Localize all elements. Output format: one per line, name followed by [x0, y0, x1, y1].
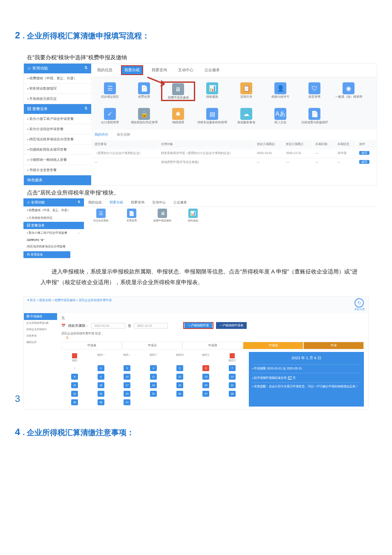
service-tile[interactable]: ▤涉税专业服务机构管理 — [195, 106, 229, 126]
calendar-cell[interactable]: 31 — [114, 398, 141, 407]
sidebar-item[interactable]: • 税费缴纳（申报、更正、作废） — [23, 206, 84, 214]
tab-handle-tax[interactable]: 我要办税 — [121, 65, 143, 75]
sidebar-item[interactable]: • 市级企业变更套餐 — [24, 165, 91, 175]
action-button[interactable]: 填写 — [359, 151, 369, 155]
service-tile[interactable]: 🔒增值税抵扣凭证管理 — [127, 106, 161, 126]
sidebar-item[interactable]: • 开具税收完税凭证 — [23, 214, 84, 222]
sidebar-item[interactable]: 企业所得税季度A类 — [24, 320, 57, 326]
calendar-cell[interactable]: 18 — [140, 381, 167, 389]
calendar-cell[interactable]: 7 — [219, 364, 245, 372]
report-a-button[interactable]: 一户籍纳税申报 — [184, 323, 212, 328]
calendar-cell[interactable] — [193, 398, 219, 407]
calendar-cell[interactable]: 23 — [88, 389, 114, 398]
sidebar-item[interactable]: • 小规模纳一般纳税人套餐 — [24, 155, 91, 165]
tab-handle-tax[interactable]: 我要办税 — [109, 199, 124, 206]
service-tile[interactable]: 📄发票使用 — [116, 209, 147, 223]
tab-interact[interactable]: 互动中心 — [176, 66, 196, 74]
calendar-cell[interactable] — [140, 398, 167, 407]
sidebar-item[interactable]: • 开具税收完税凭证 — [24, 94, 91, 104]
service-tile[interactable]: Aあ税上互动 — [263, 106, 297, 126]
service-tile[interactable]: 🛡核定管理 — [297, 81, 331, 102]
calendar-cell[interactable]: 24 — [114, 389, 141, 398]
service-tile[interactable]: ◉一般退（抵）税管理 — [331, 81, 366, 102]
sidebar-item[interactable]: • 新办小微工商户综合申请套餐 — [24, 114, 91, 124]
calendar-cell[interactable]: 22 — [61, 389, 88, 398]
calendar-cell[interactable] — [167, 398, 193, 407]
calendar-cell[interactable]: 19 — [167, 381, 193, 389]
calendar-cell[interactable]: 13 — [193, 372, 219, 381]
calendar-cell[interactable]: 5 — [167, 364, 193, 372]
calendar-cell[interactable]: 28 — [219, 389, 245, 398]
calendar-cell[interactable]: 16 — [88, 381, 114, 389]
service-tile[interactable]: 📊税收减免 — [195, 81, 229, 102]
tab-public[interactable]: 公众服务 — [202, 66, 222, 74]
sidebar-item[interactable]: 缴税记录 — [24, 339, 57, 346]
breadcrumb-path[interactable]: ♥ 首页 > 我要办税 > 税费申报及缴纳 > 居民企业所得税年度申报 — [27, 298, 112, 311]
service-label: 法律追责与权益维护 — [298, 121, 331, 124]
sidebar-item[interactable]: 所得企业所得税年 — [24, 326, 57, 333]
service-tile[interactable]: ☰综合信息报告 — [93, 81, 127, 102]
action-button[interactable]: 填写 — [359, 160, 369, 164]
tab-query[interactable]: 我要查询 — [130, 199, 145, 206]
date-to-input[interactable]: 2022-12-31 — [134, 323, 168, 328]
subtab-reminder[interactable]: 服务提醒 — [117, 131, 130, 138]
service-tile[interactable]: ✓出口退税管理 — [93, 106, 127, 126]
service-tile[interactable]: 📊税收减免 — [178, 209, 208, 223]
calendar-cell[interactable]: 1 — [61, 364, 88, 372]
service-tile[interactable]: 🖥税费申报及缴纳 — [147, 209, 178, 223]
calendar-cell[interactable]: 6 — [193, 364, 219, 372]
footer-bar[interactable]: 风 常用选项 — [23, 251, 70, 258]
sidebar-item[interactable]: • 新办企业综合申请套餐 — [24, 124, 91, 134]
sidebar-item[interactable]: • 新办小微工商户综合申请套餐 ︿ — [23, 229, 84, 237]
calendar-cell[interactable]: 15 — [61, 381, 88, 389]
tab-myinfo[interactable]: 我的信息 — [87, 199, 103, 206]
sidebar-item[interactable]: • 扣缴税款报告表填写套餐 — [24, 145, 91, 155]
tab-query[interactable]: 我要查询 — [149, 66, 170, 74]
refresh-button[interactable]: ↻刷新页面 — [355, 298, 365, 311]
calendar-cell[interactable]: 26 — [167, 389, 193, 398]
service-tile[interactable]: ✱纳税信用 — [161, 106, 195, 126]
sidebar-item[interactable]: 涉税查询 — [24, 333, 57, 339]
service-tile[interactable]: ☰综合信息报告 — [86, 209, 116, 223]
collapse-icon[interactable]: ⇅ — [78, 200, 81, 205]
sidebar-item[interactable]: • 财务报表数据填写 — [24, 84, 91, 94]
col-header: 办理对象 — [159, 140, 254, 148]
calendar-cell[interactable]: 21 — [219, 381, 245, 389]
sidebar-item[interactable]: • 跨区域涉税事项综合办理套餐 — [24, 134, 91, 145]
service-tile[interactable]: 📋证明开具 — [229, 81, 263, 102]
calendar-cell[interactable]: 12 — [167, 372, 193, 381]
calendar-cell[interactable]: 4 — [140, 364, 167, 372]
tab-public[interactable]: 公众服务 — [173, 199, 188, 206]
calendar-cell[interactable]: 11 — [140, 372, 167, 381]
service-tile[interactable]: 📄法律追责与权益维护 — [297, 106, 331, 126]
calendar-cell[interactable]: 3 — [114, 364, 141, 372]
tab-interact[interactable]: 互动中心 — [151, 199, 167, 206]
calendar-cell[interactable]: 2 — [88, 364, 114, 372]
service-icon: 📊 — [188, 209, 198, 218]
calendar-cell[interactable] — [219, 398, 245, 407]
report-b-button[interactable]: 一户籍纳税申报表 — [216, 322, 247, 329]
date-from-input[interactable]: 2022-01-01 — [91, 323, 125, 328]
step: 申报表 — [61, 342, 122, 349]
service-tile[interactable]: ☁其他服务事项 — [229, 106, 263, 126]
sidebar-item[interactable]: • 税费缴纳（申报、更正、作废） — [24, 73, 91, 84]
calendar-cell[interactable]: 9 — [88, 372, 114, 381]
calendar-cell[interactable]: 10 — [114, 372, 141, 381]
subtab-todo[interactable]: 我的待办 — [95, 131, 108, 138]
tab-myinfo[interactable]: 我的信息 — [95, 66, 115, 74]
table-cell: （通用执行小企业会计准则的企业） — [92, 149, 158, 157]
calendar-cell[interactable]: 20 — [193, 381, 219, 389]
calendar-cell[interactable]: 8 — [61, 372, 88, 381]
calendar-cell[interactable]: 30 — [88, 398, 114, 407]
calendar-cell[interactable]: 29 — [61, 398, 88, 407]
calendar-cell[interactable]: 14 — [219, 372, 245, 381]
expand-icon[interactable]: ⇅ — [84, 106, 88, 110]
table-cell: 填写 — [357, 149, 376, 157]
service-tile[interactable]: 👤税务行政许可 — [263, 81, 297, 102]
table-cell: 填写 — [357, 158, 376, 166]
calendar-cell[interactable]: 17 — [114, 381, 141, 389]
calendar-cell[interactable]: 25 — [140, 389, 167, 398]
service-icon: 📋 — [240, 82, 252, 94]
collapse-icon[interactable]: ⇅ — [84, 66, 88, 71]
calendar-cell[interactable]: 27 — [193, 389, 219, 398]
